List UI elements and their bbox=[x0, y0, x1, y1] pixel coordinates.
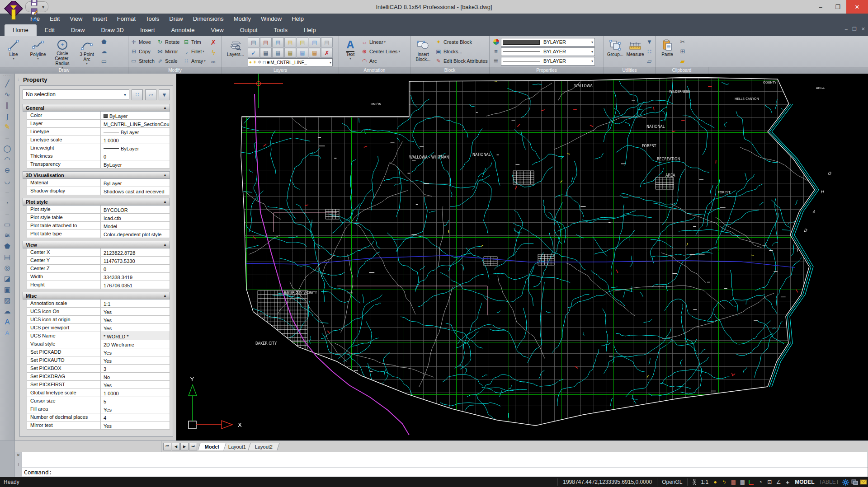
utility-button[interactable]: Group... bbox=[605, 37, 625, 66]
modify-button[interactable]: ↻ Rotate bbox=[156, 37, 182, 47]
toolbar-button[interactable]: — bbox=[1, 132, 13, 143]
layer-tool-button[interactable]: ▤ bbox=[297, 48, 308, 58]
section-header[interactable]: General ▲ bbox=[23, 104, 170, 112]
modify-side-button[interactable]: ∞ bbox=[211, 58, 215, 65]
property-combo[interactable]: BYLAYER ▾ bbox=[501, 57, 595, 66]
menu-item[interactable]: Format bbox=[112, 14, 141, 23]
property-value[interactable]: Yes bbox=[101, 421, 170, 429]
layer-tool-button[interactable]: ▤ bbox=[284, 37, 296, 47]
modify-button[interactable]: ⊞ Copy bbox=[130, 47, 156, 56]
drawing-canvas[interactable] bbox=[176, 74, 868, 440]
property-value[interactable]: ByLayer bbox=[101, 160, 170, 168]
toolbar-button[interactable]: ▣ bbox=[1, 284, 13, 295]
renderer-label[interactable]: OpenGL bbox=[660, 479, 684, 485]
property-row[interactable]: Plot table typeColor-dependent plot styl… bbox=[27, 230, 170, 238]
property-value[interactable]: 2123822.8728 bbox=[101, 248, 170, 256]
property-row[interactable]: Annotation scale1:1 bbox=[27, 300, 170, 308]
ribbon-tab[interactable]: Draw 3D bbox=[93, 24, 132, 36]
property-row[interactable]: Height176706.0351 bbox=[27, 281, 170, 289]
draw-tool-button[interactable]: Circle Center-Radius ▾ bbox=[50, 37, 75, 66]
property-row[interactable]: UCS Name* WORLD * bbox=[27, 332, 170, 340]
draw-side-button[interactable]: ☁ bbox=[101, 48, 107, 55]
panel-grip[interactable]: ⁞ bbox=[18, 79, 20, 81]
property-row[interactable]: Plot styleBYCOLOR bbox=[27, 206, 170, 214]
selection-combo[interactable]: No selection ▾ bbox=[23, 89, 129, 99]
ribbon-tab[interactable]: Insert bbox=[132, 24, 163, 36]
status-toggle[interactable] bbox=[747, 478, 756, 486]
annotation-button[interactable]: ↔ Linear ▾ bbox=[360, 37, 400, 47]
status-right-button[interactable] bbox=[850, 478, 859, 486]
utility-button[interactable]: Measure bbox=[625, 37, 645, 66]
menu-item[interactable]: Help bbox=[287, 14, 309, 23]
layer-tool-button[interactable]: ▤ bbox=[284, 48, 296, 58]
property-row[interactable]: UCS icon OnYes bbox=[27, 308, 170, 316]
toolbar-button[interactable]: ∥ bbox=[1, 100, 13, 111]
property-row[interactable]: MaterialByLayer bbox=[27, 179, 170, 187]
minimize-button[interactable]: – bbox=[812, 0, 829, 14]
property-value[interactable]: 1:1 bbox=[101, 300, 170, 307]
property-value[interactable]: * WORLD * bbox=[101, 332, 170, 340]
annotation-scale[interactable]: 1:1 bbox=[699, 479, 711, 485]
property-value[interactable]: Color-dependent plot style bbox=[101, 230, 170, 238]
property-row[interactable]: Shadow displayShadows cast and received bbox=[27, 187, 170, 195]
ribbon-tab[interactable]: Home bbox=[5, 24, 37, 36]
layer-tool-button[interactable]: ▤ bbox=[297, 37, 308, 47]
property-value[interactable]: 334338.3419 bbox=[101, 273, 170, 281]
draw-tool-button[interactable]: 3-Point Arc ▾ bbox=[75, 37, 99, 66]
toolbar-button[interactable]: ▨ bbox=[1, 295, 13, 306]
layout-tab[interactable]: Model bbox=[198, 443, 226, 450]
block-button[interactable]: ✦ Create Block bbox=[434, 37, 488, 47]
menu-item[interactable]: Dimensions bbox=[188, 14, 229, 23]
property-value[interactable]: ByLayer bbox=[101, 144, 170, 152]
ribbon-tab[interactable]: Draw bbox=[63, 24, 93, 36]
menu-item[interactable]: Edit bbox=[45, 14, 65, 23]
restore-button[interactable]: ❐ bbox=[829, 0, 846, 14]
status-toggle[interactable]: ϟ bbox=[720, 478, 729, 486]
draw-side-button[interactable]: ▭ bbox=[101, 58, 107, 65]
property-row[interactable]: UCS per viewportYes bbox=[27, 324, 170, 332]
toolbar-button[interactable]: ▪ bbox=[1, 197, 13, 208]
toolbar-button[interactable]: ◎ bbox=[1, 262, 13, 273]
property-value[interactable]: 1147673.5330 bbox=[101, 257, 170, 264]
property-row[interactable]: Linetype scale1.0000 bbox=[27, 136, 170, 144]
property-row[interactable]: Set PICKADDYes bbox=[27, 348, 170, 356]
property-row[interactable]: Set PICKAUTOYes bbox=[27, 356, 170, 365]
toolbar-button[interactable]: ◡ bbox=[1, 176, 13, 187]
command-input[interactable]: Command: bbox=[22, 468, 868, 477]
insert-block-button[interactable]: Insert Block... bbox=[412, 37, 434, 66]
selector-tool-button[interactable]: ▼ bbox=[159, 89, 170, 100]
property-row[interactable]: Set PICKDRAGNo bbox=[27, 373, 170, 381]
tablet-toggle[interactable]: TABLET bbox=[817, 479, 841, 485]
property-value[interactable]: 176706.0351 bbox=[101, 281, 170, 289]
property-mode-icon[interactable] bbox=[493, 38, 500, 45]
modify-button[interactable]: ⋈ Mirror bbox=[156, 47, 182, 56]
toolbar-button[interactable]: — bbox=[1, 187, 13, 197]
property-row[interactable]: Width334338.3419 bbox=[27, 273, 170, 281]
annotation-button[interactable]: ◠ Arc bbox=[360, 56, 400, 66]
draw-tool-button[interactable]: Line ▾ bbox=[1, 37, 26, 66]
tab-nav-button[interactable]: ◀ bbox=[172, 443, 180, 450]
annotation-button[interactable]: ⊕ Center Lines ▾ bbox=[360, 47, 400, 56]
draw-side-button[interactable]: ⬟ bbox=[101, 38, 106, 45]
toolbar-button[interactable]: ☁ bbox=[1, 306, 13, 317]
toolbar-button[interactable]: ✎ bbox=[1, 122, 13, 132]
toolbar-button[interactable]: ◠ bbox=[1, 154, 13, 165]
status-right-button[interactable] bbox=[859, 478, 868, 486]
status-toggle[interactable]: ◔ bbox=[756, 478, 765, 486]
layout-tab[interactable]: Layout2 bbox=[248, 443, 280, 450]
property-combo[interactable]: BYLAYER ▾ bbox=[501, 47, 595, 56]
draw-tool-button[interactable]: Polyline ▾ bbox=[26, 37, 50, 66]
toolbar-button[interactable]: ∿ bbox=[1, 89, 13, 100]
ribbon-tab[interactable]: Annotate bbox=[163, 24, 203, 36]
toolbar-button[interactable]: ╱ bbox=[1, 78, 13, 89]
document-window-controls[interactable]: –❐✕ bbox=[845, 26, 865, 32]
property-value[interactable]: 3 bbox=[101, 365, 170, 372]
command-pin-icon[interactable]: ⊥ bbox=[16, 462, 20, 467]
status-toggle[interactable]: ● bbox=[711, 478, 720, 486]
property-row[interactable]: Mirror textYes bbox=[27, 421, 170, 430]
selector-tool-button[interactable]: ▱ bbox=[145, 89, 156, 100]
property-row[interactable]: Center X2123822.8728 bbox=[27, 248, 170, 257]
toolbar-button[interactable]: A bbox=[1, 317, 13, 328]
intellicad-logo-icon[interactable] bbox=[3, 1, 23, 22]
menu-item[interactable]: Modify bbox=[229, 14, 256, 23]
